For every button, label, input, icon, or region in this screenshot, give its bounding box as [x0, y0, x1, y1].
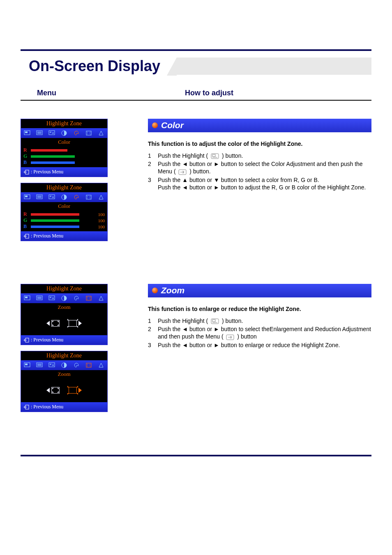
- step-text: Push the ◄ button or ► button to select …: [158, 325, 371, 340]
- osd-contrast-icon: [60, 362, 68, 369]
- svg-rect-8: [86, 131, 91, 135]
- g-value: 100: [93, 218, 105, 223]
- osd-icon-row: [21, 293, 107, 303]
- step-number: 2: [148, 325, 158, 340]
- osd-sharp-icon: [97, 193, 105, 201]
- osd-screen-icon: [23, 193, 31, 201]
- osd-expand-icon: [85, 129, 92, 137]
- highlight-button-icon: [211, 318, 219, 324]
- r-bar: [31, 213, 92, 216]
- exit-icon: [23, 338, 29, 343]
- left-arrow-icon: ◄: [182, 326, 188, 332]
- b-value: 100: [93, 224, 105, 229]
- osd-contrast-icon: [60, 295, 68, 302]
- osd-prev-menu: : Previous Menu: [21, 335, 107, 345]
- bottom-rule: [21, 455, 371, 456]
- top-rule: [21, 49, 371, 51]
- subhead: Menu How to adjust: [21, 89, 371, 101]
- b-bar: [31, 226, 92, 228]
- svg-rect-25: [25, 297, 28, 298]
- osd-list-icon: [36, 193, 43, 201]
- g-bar: [31, 219, 92, 222]
- highlight-button-icon: [211, 153, 219, 159]
- b-label: B: [23, 159, 29, 166]
- bullet-icon: [152, 122, 158, 128]
- osd-prev-menu: : Previous Menu: [21, 167, 107, 177]
- step-text: Push the ◄ button or ► button to select …: [158, 160, 371, 175]
- step-text: Push the Highlight ( ) button.: [158, 317, 243, 325]
- zoom-out-control: [46, 320, 60, 327]
- section-heading: Color: [161, 120, 184, 130]
- step-text: Push the Highlight ( ) button.: [158, 152, 243, 159]
- section-heading: Zoom: [161, 286, 184, 295]
- subhead-howto: How to adjust: [185, 89, 233, 97]
- exit-icon: [23, 405, 29, 410]
- subhead-menu: Menu: [37, 89, 185, 97]
- osd-list-icon: [36, 362, 43, 369]
- osd-expand-icon: [85, 193, 92, 201]
- svg-rect-30: [49, 296, 55, 300]
- osd-prev-menu: : Previous Menu: [21, 402, 107, 412]
- osd-screen-icon: [23, 362, 31, 369]
- section-intro: This function is to adjust the color of …: [148, 140, 371, 147]
- section-steps: 1 Push the Highlight ( ) button. 2 Push …: [148, 317, 371, 349]
- step-number: 3: [148, 176, 158, 191]
- osd-contrast-icon: [60, 129, 68, 137]
- svg-rect-11: [25, 196, 28, 197]
- section-header-zoom: Zoom: [148, 284, 371, 297]
- r-value: 100: [93, 212, 105, 217]
- left-arrow-icon: ◄: [182, 184, 188, 191]
- left-arrow-icon: ◄: [182, 161, 188, 167]
- exit-icon: [23, 170, 29, 175]
- zoom-in-icon: [69, 387, 77, 394]
- step-number: 1: [148, 152, 158, 159]
- osd-sublabel: Zoom: [21, 303, 107, 311]
- section-intro: This function is to enlarge or reduce th…: [148, 306, 371, 312]
- osd-title: Highlight Zone: [21, 119, 107, 128]
- up-arrow-icon: ▲: [182, 177, 188, 183]
- osd-expand-icon: [85, 362, 92, 369]
- osd-palette-icon: [73, 362, 80, 369]
- osd-resize-icon: [48, 295, 55, 302]
- osd-list-icon: [36, 129, 43, 137]
- osd-color-panel-2: Highlight Zone Color R100 G100: [21, 183, 108, 241]
- g-label: G: [23, 153, 29, 159]
- menu-button-icon: [226, 334, 234, 340]
- svg-rect-45: [212, 320, 215, 322]
- r-label: R: [23, 147, 29, 153]
- step-number: 1: [148, 317, 158, 325]
- exit-icon: [23, 234, 29, 239]
- osd-resize-icon: [48, 193, 55, 201]
- step-number: 3: [148, 341, 158, 349]
- menu-button-icon: [178, 169, 187, 175]
- svg-rect-21: [212, 154, 215, 157]
- svg-rect-40: [49, 363, 55, 367]
- left-arrow-icon: ◄: [182, 342, 188, 348]
- osd-title: Highlight Zone: [21, 183, 107, 192]
- osd-title: Highlight Zone: [21, 284, 107, 293]
- zoom-out-icon: [51, 320, 60, 327]
- right-arrow-icon: ►: [214, 161, 219, 167]
- osd-prev-menu: : Previous Menu: [21, 231, 107, 241]
- svg-rect-42: [86, 363, 91, 367]
- svg-rect-35: [25, 364, 28, 365]
- g-bar: [31, 155, 92, 158]
- osd-sublabel: Color: [21, 202, 107, 210]
- zoom-out-icon: [51, 387, 60, 394]
- osd-list-icon: [36, 295, 43, 302]
- b-bar: [31, 161, 92, 164]
- zoom-in-control: [69, 387, 82, 394]
- zoom-in-icon: [69, 320, 77, 327]
- title-row: On-Screen Display: [21, 58, 371, 75]
- osd-contrast-icon: [60, 193, 68, 201]
- osd-screen-icon: [23, 295, 31, 302]
- zoom-in-control: [69, 320, 82, 327]
- osd-sublabel: Zoom: [21, 370, 107, 378]
- osd-sharp-icon: [97, 129, 105, 137]
- r-bar: [31, 149, 92, 152]
- osd-sharp-icon: [97, 362, 105, 369]
- osd-resize-icon: [48, 129, 55, 137]
- bullet-icon: [152, 288, 158, 293]
- right-arrow-icon: ►: [214, 342, 219, 348]
- svg-rect-1: [25, 131, 28, 133]
